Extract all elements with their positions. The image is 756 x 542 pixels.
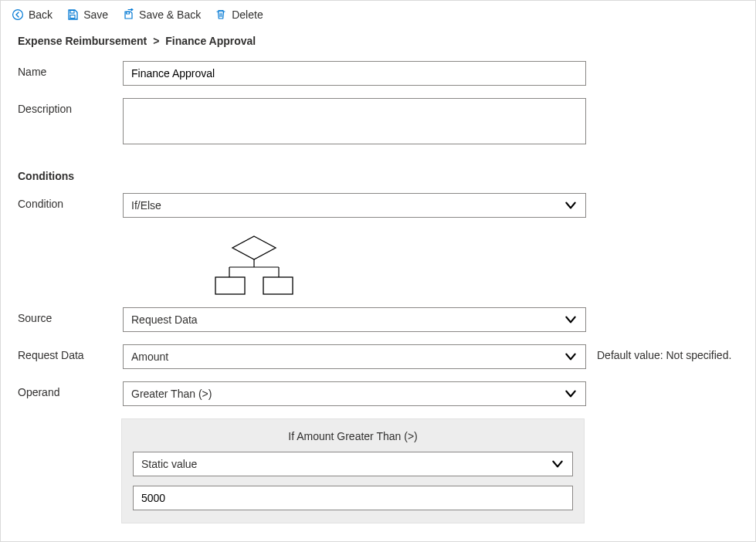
back-label: Back (29, 8, 53, 21)
svg-rect-2 (70, 15, 75, 19)
save-label: Save (83, 8, 108, 21)
label-operand: Operand (18, 381, 123, 398)
breadcrumb-current: Finance Approval (165, 35, 256, 47)
condition-value-block: If Amount Greater Than (>) Static value (121, 418, 585, 523)
operand-select-value: Greater Than (>) (131, 388, 212, 400)
section-conditions: Conditions (1, 159, 755, 193)
save-icon (66, 8, 79, 21)
condition-select[interactable]: If/Else (123, 193, 586, 218)
breadcrumb-parent[interactable]: Expense Reimbursement (18, 35, 147, 47)
svg-rect-3 (127, 12, 130, 15)
operand-select[interactable]: Greater Than (>) (123, 381, 586, 406)
toolbar: Back Save Save & Back (1, 1, 755, 29)
value-type-select[interactable]: Static value (133, 452, 573, 476)
row-request-data: Request Data Amount Default value: Not s… (18, 344, 744, 369)
condition-block-title: If Amount Greater Than (>) (133, 425, 573, 452)
breadcrumb-separator: > (153, 35, 159, 47)
svg-rect-1 (70, 11, 74, 14)
label-condition: Condition (18, 193, 123, 210)
conditions-form: Condition If/Else (1, 193, 755, 406)
svg-rect-9 (263, 277, 293, 294)
condition-select-value: If/Else (131, 199, 161, 212)
delete-button[interactable]: Delete (215, 8, 263, 21)
save-back-icon (122, 8, 134, 21)
label-source: Source (18, 307, 123, 324)
label-name: Name (18, 61, 123, 78)
row-operand: Operand Greater Than (>) (18, 381, 744, 406)
save-and-back-button[interactable]: Save & Back (122, 8, 201, 21)
row-description: Description (18, 98, 744, 147)
ifelse-diagram (123, 230, 586, 307)
description-input[interactable] (123, 98, 586, 144)
name-input[interactable] (123, 61, 586, 86)
chevron-down-icon (564, 350, 578, 364)
row-name: Name (18, 61, 744, 86)
default-value-hint: Default value: Not specified. (586, 344, 731, 361)
back-button[interactable]: Back (12, 8, 53, 21)
source-select-value: Request Data (131, 313, 198, 326)
breadcrumb: Expense Reimbursement > Finance Approval (1, 29, 755, 61)
value-type-select-value: Static value (141, 458, 197, 470)
delete-label: Delete (232, 8, 263, 21)
chevron-down-icon (564, 198, 578, 212)
back-arrow-icon (12, 8, 24, 21)
row-source: Source Request Data (18, 307, 744, 332)
chevron-down-icon (564, 313, 578, 327)
form: Name Description (1, 61, 755, 147)
row-condition: Condition If/Else (18, 193, 744, 218)
label-request-data: Request Data (18, 344, 123, 361)
svg-rect-8 (215, 277, 245, 294)
chevron-down-icon (551, 457, 564, 471)
trash-icon (215, 8, 227, 21)
svg-point-0 (13, 10, 23, 20)
value-input[interactable] (133, 486, 573, 510)
request-data-select-value: Amount (131, 351, 168, 363)
save-button[interactable]: Save (66, 8, 108, 21)
label-description: Description (18, 98, 123, 115)
save-back-label: Save & Back (139, 8, 201, 21)
chevron-down-icon (564, 387, 578, 401)
request-data-select[interactable]: Amount (123, 344, 586, 369)
source-select[interactable]: Request Data (123, 307, 586, 332)
page-container: Back Save Save & Back (0, 0, 756, 542)
